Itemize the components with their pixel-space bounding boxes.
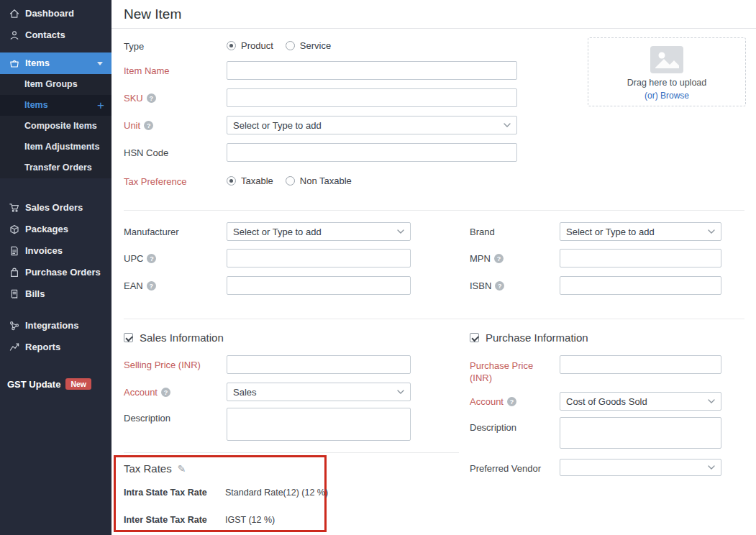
gst-update-link[interactable]: GST Update New bbox=[0, 375, 111, 393]
brand-label: Brand bbox=[470, 227, 495, 237]
service-radio[interactable] bbox=[286, 41, 295, 50]
help-icon[interactable]: ? bbox=[147, 254, 156, 263]
help-icon[interactable]: ? bbox=[494, 254, 504, 263]
browse-link[interactable]: (or) Browse bbox=[588, 91, 745, 101]
non-taxable-radio-label[interactable]: Non Taxable bbox=[300, 175, 352, 186]
purchase-price-input[interactable] bbox=[560, 355, 721, 374]
help-icon[interactable]: ? bbox=[147, 281, 156, 291]
sales-account-select[interactable]: Sales bbox=[227, 383, 411, 401]
tax-preference-label: Tax Preference bbox=[124, 176, 186, 187]
cart-icon bbox=[9, 203, 19, 214]
sidebar-item-label: Transfer Orders bbox=[24, 163, 92, 173]
sidebar-item-item-adjustments[interactable]: Item Adjustments bbox=[0, 137, 111, 157]
unit-select-value: Select or Type to add bbox=[233, 120, 504, 131]
sku-input[interactable] bbox=[227, 88, 517, 107]
sidebar-item-purchase-orders[interactable]: Purchase Orders bbox=[0, 262, 111, 283]
sidebar-item-label: Invoices bbox=[25, 240, 63, 262]
type-label: Type bbox=[124, 41, 144, 52]
sidebar-item-items-sub[interactable]: Items + bbox=[0, 95, 111, 116]
inter-state-tax-rate-value: IGST (12 %) bbox=[225, 515, 275, 525]
new-badge: New bbox=[65, 378, 91, 390]
selling-price-label: Selling Price (INR) bbox=[124, 360, 201, 370]
unit-select[interactable]: Select or Type to add bbox=[227, 116, 517, 134]
preferred-vendor-label: Preferred Vendor bbox=[470, 463, 541, 474]
purchase-account-select[interactable]: Cost of Goods Sold bbox=[560, 392, 721, 411]
isbn-label-text: ISBN bbox=[470, 280, 491, 291]
chevron-down-icon bbox=[708, 399, 715, 403]
upc-input[interactable] bbox=[227, 249, 411, 268]
unit-label: Unit ? bbox=[124, 120, 153, 131]
sidebar-item-dashboard[interactable]: Dashboard bbox=[0, 3, 111, 24]
purchase-information-title: Purchase Information bbox=[486, 331, 588, 344]
item-name-label: Item Name bbox=[124, 65, 170, 76]
bill-icon bbox=[9, 289, 19, 300]
chevron-down-icon bbox=[397, 390, 404, 394]
taxable-radio[interactable] bbox=[227, 176, 236, 186]
add-item-icon[interactable]: + bbox=[97, 95, 104, 116]
purchase-information-heading: Purchase Information bbox=[470, 331, 588, 344]
product-radio-label[interactable]: Product bbox=[241, 40, 273, 51]
reports-icon bbox=[9, 342, 19, 353]
purchase-description-textarea[interactable] bbox=[560, 417, 721, 449]
manufacturer-select-value: Select or Type to add bbox=[233, 227, 397, 237]
help-icon[interactable]: ? bbox=[507, 397, 516, 406]
product-radio[interactable] bbox=[227, 41, 236, 50]
sales-information-checkbox[interactable] bbox=[124, 333, 133, 342]
help-icon[interactable]: ? bbox=[161, 388, 170, 397]
mpn-input[interactable] bbox=[560, 249, 721, 268]
sidebar-item-packages[interactable]: Packages bbox=[0, 219, 111, 240]
sales-description-label: Description bbox=[124, 413, 170, 424]
purchase-information-checkbox[interactable] bbox=[470, 333, 479, 342]
help-icon[interactable]: ? bbox=[144, 121, 153, 130]
edit-pencil-icon[interactable]: ✎ bbox=[178, 463, 186, 475]
manufacturer-select[interactable]: Select or Type to add bbox=[227, 222, 411, 241]
image-placeholder-icon bbox=[650, 46, 683, 73]
isbn-input[interactable] bbox=[560, 276, 721, 295]
non-taxable-radio[interactable] bbox=[286, 176, 295, 186]
ean-label-text: EAN bbox=[124, 280, 143, 291]
upc-label: UPC ? bbox=[124, 253, 156, 264]
sidebar-item-label: Reports bbox=[25, 337, 60, 358]
sidebar-item-bills[interactable]: Bills bbox=[0, 283, 111, 305]
sidebar-item-label: Dashboard bbox=[25, 3, 74, 24]
sidebar-item-sales-orders[interactable]: Sales Orders bbox=[0, 197, 111, 219]
sidebar-item-transfer-orders[interactable]: Transfer Orders bbox=[0, 157, 111, 178]
chevron-down-icon bbox=[708, 229, 715, 234]
sidebar-item-items[interactable]: Items bbox=[0, 52, 111, 74]
mpn-label-text: MPN bbox=[470, 253, 491, 264]
ean-label: EAN ? bbox=[124, 280, 156, 291]
manufacturer-label: Manufacturer bbox=[124, 227, 179, 237]
sku-label: SKU ? bbox=[124, 93, 156, 104]
tax-preference-radio-group: Taxable Non Taxable bbox=[227, 175, 359, 186]
isbn-label: ISBN ? bbox=[470, 280, 504, 291]
hsn-code-input[interactable] bbox=[227, 143, 517, 162]
sales-description-textarea[interactable] bbox=[227, 408, 411, 441]
preferred-vendor-select[interactable] bbox=[560, 459, 721, 476]
taxable-radio-label[interactable]: Taxable bbox=[241, 175, 273, 186]
sales-account-value: Sales bbox=[233, 387, 397, 398]
upc-label-text: UPC bbox=[124, 253, 143, 264]
purchase-price-label: Purchase Price (INR) bbox=[470, 360, 542, 384]
items-submenu: Item Groups Items + Composite Items Item… bbox=[0, 74, 111, 178]
sales-information-heading: Sales Information bbox=[124, 331, 224, 344]
brand-select[interactable]: Select or Type to add bbox=[560, 222, 721, 241]
upload-drag-text: Drag here to upload bbox=[588, 78, 745, 88]
sidebar-item-contacts[interactable]: Contacts bbox=[0, 24, 111, 46]
sidebar-item-invoices[interactable]: Invoices bbox=[0, 240, 111, 262]
sidebar-item-label: Items bbox=[24, 100, 48, 110]
ean-input[interactable] bbox=[227, 276, 411, 295]
image-upload-dropzone[interactable]: Drag here to upload (or) Browse bbox=[588, 37, 746, 106]
page-title: New Item bbox=[111, 0, 756, 29]
help-icon[interactable]: ? bbox=[147, 93, 156, 103]
integrations-icon bbox=[9, 321, 19, 331]
sidebar-item-composite-items[interactable]: Composite Items bbox=[0, 116, 111, 137]
help-icon[interactable]: ? bbox=[495, 281, 504, 291]
chevron-down-icon bbox=[708, 465, 715, 470]
selling-price-input[interactable] bbox=[227, 355, 411, 374]
service-radio-label[interactable]: Service bbox=[300, 40, 331, 51]
sidebar-item-label: Items bbox=[25, 52, 50, 74]
sidebar-item-reports[interactable]: Reports bbox=[0, 337, 111, 358]
sidebar-item-integrations[interactable]: Integrations bbox=[0, 315, 111, 337]
item-name-input[interactable] bbox=[227, 61, 517, 80]
sidebar-item-item-groups[interactable]: Item Groups bbox=[0, 74, 111, 95]
